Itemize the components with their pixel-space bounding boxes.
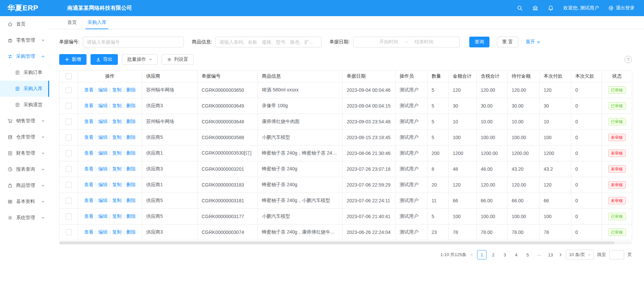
sidebar-item-purchase-inbound[interactable]: 采购入库 bbox=[0, 81, 49, 97]
row-checkbox[interactable] bbox=[66, 166, 72, 172]
sidebar-item-basic-data[interactable]: 基本资料 bbox=[0, 194, 49, 210]
sidebar-item-reports[interactable]: 报表查询 bbox=[0, 161, 49, 177]
action-view[interactable]: 查看 bbox=[84, 182, 94, 187]
date-start-placeholder[interactable]: 开始时间 bbox=[379, 39, 398, 45]
action-delete[interactable]: 删除 bbox=[126, 150, 136, 156]
next-page-icon[interactable] bbox=[558, 253, 563, 257]
cell-paid: 1200 bbox=[540, 146, 571, 161]
row-checkbox[interactable] bbox=[66, 87, 72, 93]
action-edit[interactable]: 编辑 bbox=[98, 166, 108, 171]
row-checkbox[interactable] bbox=[66, 198, 72, 204]
add-button[interactable]: 新增 bbox=[59, 54, 87, 65]
sidebar-item-goods[interactable]: 商品管理 bbox=[0, 177, 49, 194]
action-view[interactable]: 查看 bbox=[84, 119, 94, 124]
action-copy[interactable]: 复制 bbox=[112, 166, 122, 171]
action-delete[interactable]: 删除 bbox=[126, 198, 136, 203]
select-all-checkbox[interactable] bbox=[66, 73, 72, 79]
action-copy[interactable]: 复制 bbox=[112, 198, 122, 203]
action-view[interactable]: 查看 bbox=[84, 198, 94, 203]
page-button[interactable]: 1 bbox=[477, 250, 486, 259]
page-button[interactable]: 2 bbox=[488, 250, 498, 259]
reset-button[interactable]: 重 置 bbox=[497, 37, 518, 47]
sidebar-item-sales[interactable]: 销售管理 bbox=[0, 113, 49, 129]
row-actions: 查看|编辑|复制|删除 bbox=[78, 225, 142, 240]
row-checkbox[interactable] bbox=[66, 229, 72, 235]
action-copy[interactable]: 复制 bbox=[112, 134, 122, 140]
action-copy[interactable]: 复制 bbox=[112, 150, 122, 156]
action-delete[interactable]: 删除 bbox=[126, 229, 136, 235]
page-button[interactable]: 3 bbox=[500, 250, 509, 259]
action-view[interactable]: 查看 bbox=[84, 166, 94, 171]
tab-home[interactable]: 首页 bbox=[62, 16, 82, 29]
action-delete[interactable]: 删除 bbox=[126, 166, 136, 171]
row-checkbox[interactable] bbox=[66, 119, 72, 125]
page-button[interactable]: 4 bbox=[511, 250, 521, 259]
action-edit[interactable]: 编辑 bbox=[98, 229, 108, 235]
sidebar-item-purchase[interactable]: 采购管理 bbox=[0, 48, 49, 65]
row-checkbox[interactable] bbox=[66, 182, 72, 188]
logout-button[interactable]: 退出登录 bbox=[608, 5, 635, 11]
action-edit[interactable]: 编辑 bbox=[98, 103, 108, 108]
search-icon[interactable] bbox=[517, 5, 523, 11]
row-checkbox[interactable] bbox=[66, 150, 72, 156]
column-settings-button[interactable]: 列设置 bbox=[162, 54, 194, 65]
sidebar-item-purchase-return[interactable]: 采购退货 bbox=[0, 97, 49, 113]
action-copy[interactable]: 复制 bbox=[112, 213, 122, 219]
sidebar-item-retail[interactable]: 零售管理 bbox=[0, 32, 49, 48]
horizontal-scrollbar[interactable] bbox=[59, 241, 632, 244]
page-size-select[interactable]: 10 条/页 bbox=[566, 250, 594, 260]
row-checkbox[interactable] bbox=[66, 103, 72, 109]
page-button[interactable]: 5 bbox=[523, 250, 532, 259]
page-button[interactable]: 13 bbox=[546, 250, 555, 259]
action-delete[interactable]: 删除 bbox=[126, 119, 136, 124]
action-edit[interactable]: 编辑 bbox=[98, 119, 108, 124]
sidebar-item-system[interactable]: 系统管理 bbox=[0, 210, 49, 226]
cell-product: 蜂蜜柚子茶 240g bbox=[258, 161, 343, 177]
action-delete[interactable]: 删除 bbox=[126, 182, 136, 187]
action-view[interactable]: 查看 bbox=[84, 150, 94, 156]
row-checkbox[interactable] bbox=[66, 134, 72, 140]
action-delete[interactable]: 删除 bbox=[126, 103, 136, 108]
sidebar-item-finance[interactable]: 财务管理 bbox=[0, 145, 49, 161]
action-edit[interactable]: 编辑 bbox=[98, 213, 108, 219]
action-view[interactable]: 查看 bbox=[84, 134, 94, 140]
col-header-qty: 数量 bbox=[428, 71, 449, 82]
sidebar-item-home[interactable]: 首页 bbox=[0, 16, 49, 32]
batch-actions-button[interactable]: 批量操作 bbox=[122, 54, 158, 65]
action-delete[interactable]: 删除 bbox=[126, 134, 136, 140]
action-copy[interactable]: 复制 bbox=[112, 182, 122, 187]
action-delete[interactable]: 删除 bbox=[126, 213, 136, 219]
bill-no-input[interactable] bbox=[83, 37, 184, 47]
product-info-input[interactable] bbox=[215, 37, 321, 47]
date-range-input[interactable]: 开始时间 ~ 结束时间 bbox=[353, 37, 460, 47]
action-view[interactable]: 查看 bbox=[84, 213, 94, 219]
tab-purchase-inbound[interactable]: 采购入库 bbox=[82, 16, 112, 29]
action-view[interactable]: 查看 bbox=[84, 229, 94, 235]
expand-toggle[interactable]: 展开 bbox=[526, 39, 540, 45]
action-delete[interactable]: 删除 bbox=[126, 87, 136, 92]
col-header-amount: 金额合计 bbox=[449, 71, 477, 82]
search-button[interactable]: 查询 bbox=[469, 37, 489, 47]
sidebar-item-warehouse[interactable]: 仓库管理 bbox=[0, 129, 49, 145]
action-copy[interactable]: 复制 bbox=[112, 119, 122, 124]
date-end-placeholder[interactable]: 结束时间 bbox=[414, 39, 433, 45]
action-edit[interactable]: 编辑 bbox=[98, 87, 108, 92]
row-checkbox[interactable] bbox=[66, 213, 72, 219]
export-button[interactable]: 导出 bbox=[91, 54, 118, 65]
prev-page-icon[interactable] bbox=[470, 253, 474, 257]
bell-icon[interactable] bbox=[548, 5, 554, 11]
action-edit[interactable]: 编辑 bbox=[98, 182, 108, 187]
help-icon[interactable]: ? bbox=[624, 56, 632, 63]
action-copy[interactable]: 复制 bbox=[112, 229, 122, 235]
action-edit[interactable]: 编辑 bbox=[98, 150, 108, 156]
action-edit[interactable]: 编辑 bbox=[98, 198, 108, 203]
scrollbar-thumb[interactable] bbox=[59, 241, 615, 244]
action-view[interactable]: 查看 bbox=[84, 103, 94, 108]
sidebar-item-purchase-order[interactable]: 采购订单 bbox=[0, 65, 49, 81]
jump-to-input[interactable] bbox=[609, 250, 624, 259]
action-copy[interactable]: 复制 bbox=[112, 103, 122, 108]
action-edit[interactable]: 编辑 bbox=[98, 134, 108, 140]
action-copy[interactable]: 复制 bbox=[112, 87, 122, 92]
action-view[interactable]: 查看 bbox=[84, 87, 94, 92]
platform-icon[interactable] bbox=[532, 5, 538, 11]
